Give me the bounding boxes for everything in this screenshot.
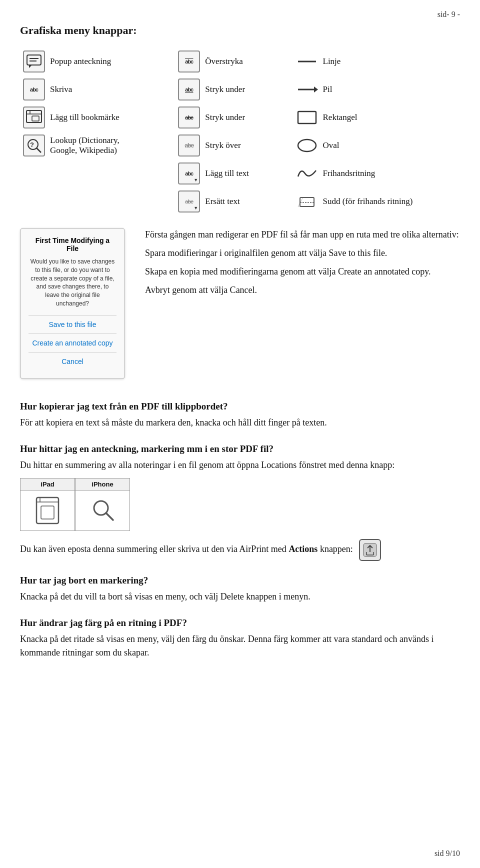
- dialog-title: First Time Modifying a File: [28, 236, 116, 252]
- explanation-cancel: Avbryt genom att välja Cancel.: [145, 284, 460, 297]
- ipad-label: iPad: [20, 478, 74, 490]
- ersatt-text-icon: abe ▼: [178, 190, 200, 212]
- actions-bold: Actions: [288, 544, 318, 554]
- lookup-label-text: Lookup (Dictionary,Google, Wikipedia): [50, 136, 120, 155]
- skriva-label: Skriva: [48, 76, 175, 103]
- popup-icon-cell: [21, 48, 47, 75]
- svg-rect-11: [298, 112, 316, 124]
- stryk-over-label: Stryk över: [203, 132, 292, 159]
- popup-anteckning-icon: [23, 50, 45, 72]
- icon-row-1: Popup anteckning abc Överstryka Linje: [21, 48, 459, 75]
- question-4-section: Hur ändrar jag färg på en ritning i PDF?…: [20, 618, 460, 660]
- dialog-box: First Time Modifying a File Would you li…: [20, 228, 125, 379]
- question-2: Hur hittar jag en anteckning, markering …: [20, 444, 460, 454]
- answer-4: Knacka på det ritade så visas en meny, v…: [20, 632, 460, 660]
- rektangel-label: Rektangel: [321, 104, 459, 131]
- combined-section: First Time Modifying a File Would you li…: [20, 228, 460, 387]
- lagg-till-text-label: Lägg till text: [203, 160, 292, 187]
- footer-page-number: sid 9/10: [434, 849, 460, 858]
- ersatt-text-label: Ersätt text: [203, 188, 292, 215]
- linje-icon: [296, 50, 318, 72]
- iphone-icon-area: [76, 490, 130, 530]
- rektangel-icon: [296, 106, 318, 128]
- svg-rect-22: [41, 506, 54, 519]
- explanation-save: Spara modifieringar i originalfilen geno…: [145, 246, 460, 260]
- ersatt-text-icon-cell: abe ▼: [176, 188, 202, 215]
- save-to-file-button[interactable]: Save to this file: [28, 316, 116, 334]
- pil-icon-cell: [294, 76, 320, 103]
- linje-icon-cell: [294, 48, 320, 75]
- stryk-under2-label: Stryk under: [203, 104, 292, 131]
- svg-line-13: [36, 148, 41, 152]
- iphone-label: iPhone: [76, 478, 130, 490]
- answer-2-before: Du hittar en summering av alla noteringa…: [20, 458, 460, 472]
- overstryka-icon-cell: abc: [176, 48, 202, 75]
- empty-col1-label-5: [48, 160, 175, 187]
- bookmarke-label: Lägg till bookmärke: [48, 104, 175, 131]
- question-3-section: Hur tar jag bort en markering? Knacka på…: [20, 575, 460, 604]
- bookmarke-icon-cell: [21, 104, 47, 131]
- lagg-till-text-icon-cell: abc ▼: [176, 160, 202, 187]
- answer-2-after2: knappen:: [320, 544, 353, 554]
- svg-line-24: [106, 513, 113, 520]
- create-copy-button[interactable]: Create an annotated copy: [28, 334, 116, 352]
- question-2-section: Hur hittar jag en anteckning, markering …: [20, 444, 460, 561]
- popup-anteckning-label: Popup anteckning: [48, 48, 175, 75]
- explanation-column: Första gången man redigerar en PDF fil s…: [145, 228, 460, 387]
- svg-rect-10: [32, 116, 39, 121]
- iphone-search-icon: [90, 496, 115, 525]
- lookup-label: Lookup (Dictionary,Google, Wikipedia): [48, 132, 175, 159]
- icon-row-4: ? Lookup (Dictionary,Google, Wikipedia) …: [21, 132, 459, 159]
- page-header: sid- 9 -: [20, 10, 460, 19]
- sudd-label: Sudd (för frihands ritning): [321, 188, 459, 215]
- overstryka-icon: abc: [178, 50, 200, 72]
- sudd-icon: [296, 190, 318, 212]
- lagg-till-text-icon: abc ▼: [178, 162, 200, 184]
- skriva-icon: abc: [23, 78, 45, 100]
- answer-2-after-text: Du kan även eposta denna summering eller…: [20, 544, 286, 554]
- frihandsritning-label: Frihandsritning: [321, 160, 459, 187]
- svg-marker-1: [29, 65, 32, 68]
- cancel-button[interactable]: Cancel: [28, 352, 116, 370]
- ipad-book-icon: [35, 496, 60, 525]
- oval-icon-cell: [294, 132, 320, 159]
- pil-label: Pil: [321, 76, 459, 103]
- overstryka-label: Överstryka: [203, 48, 292, 75]
- icon-row-3: Lägg till bookmärke abc Stryk under Rekt…: [21, 104, 459, 131]
- pil-icon: [296, 78, 318, 100]
- question-1-section: Hur kopierar jag text från en PDF till k…: [20, 401, 460, 430]
- oval-label: Oval: [321, 132, 459, 159]
- rektangel-icon-cell: [294, 104, 320, 131]
- stryk-under1-icon-cell: abc: [176, 76, 202, 103]
- actions-icon: [359, 539, 381, 561]
- icon-row-5: abc ▼ Lägg till text Frihandsritning: [21, 160, 459, 187]
- svg-rect-0: [27, 55, 41, 65]
- question-1: Hur kopierar jag text från en PDF till k…: [20, 401, 460, 412]
- dialog-body: Would you like to save changes to this f…: [28, 258, 116, 308]
- explanation-copy: Skapa en kopia med modifieringarna genom…: [145, 265, 460, 278]
- sudd-icon-cell: [294, 188, 320, 215]
- header-page-number: sid- 9 -: [438, 10, 460, 18]
- empty-col1-5: [21, 160, 47, 187]
- svg-point-15: [298, 140, 316, 152]
- lookup-icon: ?: [23, 134, 45, 156]
- bookmarke-icon: [23, 106, 45, 128]
- linje-label: Linje: [321, 48, 459, 75]
- stryk-under1-label: Stryk under: [203, 76, 292, 103]
- icon-row-2: abc Skriva abc Stryk under Pil: [21, 76, 459, 103]
- answer-3: Knacka på det du vill ta bort så visas e…: [20, 590, 460, 604]
- lookup-icon-cell: ?: [21, 132, 47, 159]
- empty-col1-6: [21, 188, 47, 215]
- svg-marker-6: [314, 86, 318, 92]
- frihandsritning-icon: [296, 162, 318, 184]
- stryk-over-icon-cell: abe: [176, 132, 202, 159]
- device-grid: iPad iPhone: [20, 478, 460, 531]
- ipad-icon-area: [20, 490, 74, 530]
- empty-col1-label-6: [48, 188, 175, 215]
- svg-text:?: ?: [30, 141, 34, 148]
- icon-table: Popup anteckning abc Överstryka Linje ab…: [20, 47, 460, 216]
- stryk-under1-icon: abc: [178, 78, 200, 100]
- icon-row-6: abe ▼ Ersätt text Sudd (för frihands rit…: [21, 188, 459, 215]
- page-footer: sid 9/10: [434, 849, 460, 858]
- ipad-cell: iPad: [20, 478, 75, 531]
